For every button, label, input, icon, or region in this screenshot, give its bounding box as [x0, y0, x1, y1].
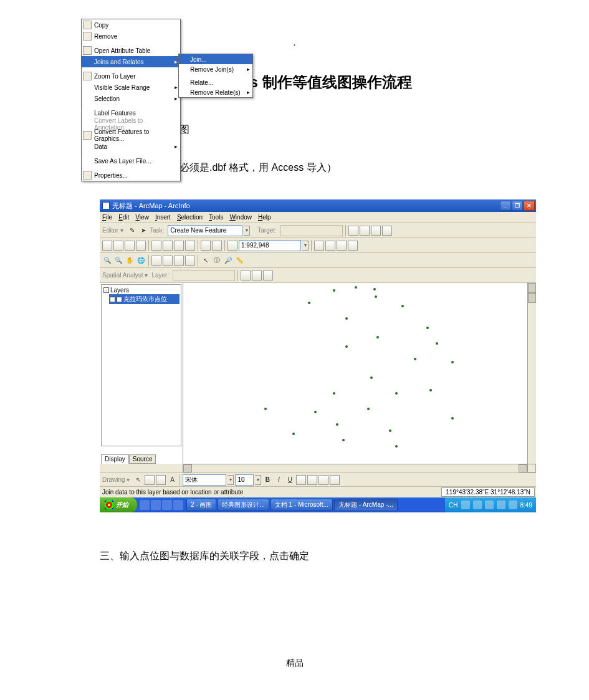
sub-remove-joins[interactable]: Remove Join(s)▸	[179, 64, 252, 74]
menu-selection[interactable]: Selection	[177, 214, 203, 221]
task-combo-arrow[interactable]: ▾	[244, 226, 250, 236]
tool-icon[interactable]	[360, 226, 370, 236]
size-combo[interactable]: 10	[235, 474, 254, 486]
menu-edit[interactable]: Edit	[118, 214, 129, 221]
clock[interactable]: 8:49	[520, 502, 532, 509]
sa-tool-icon[interactable]	[252, 271, 262, 280]
start-button[interactable]: 开始	[100, 497, 137, 512]
close-button[interactable]: ✕	[524, 201, 535, 211]
menu-file[interactable]: File	[102, 214, 112, 221]
pencil-icon[interactable]: ✎	[127, 226, 137, 236]
measure-icon[interactable]: 📏	[234, 256, 244, 266]
nav-icon[interactable]	[151, 256, 161, 266]
ctx-copy[interactable]: Copy	[82, 19, 180, 31]
rotate-icon[interactable]	[145, 475, 155, 485]
ql-icon[interactable]	[140, 500, 150, 510]
task-combo[interactable]: Create New Feature	[168, 225, 242, 236]
drawing-button[interactable]: Drawing ▾	[102, 476, 130, 483]
checkbox-icon[interactable]: ✓	[117, 297, 122, 302]
sa-tool-icon[interactable]	[263, 271, 273, 280]
taskbar-button[interactable]: 无标题 - ArcMap -...	[334, 499, 398, 511]
ctx-joins-relates[interactable]: Joins and Relates▸	[82, 56, 180, 67]
font-color-icon[interactable]	[296, 475, 306, 485]
ctx-convert-gfx[interactable]: Convert Features to Graphics...	[82, 130, 180, 141]
window-titlebar[interactable]: 无标题 - ArcMap - ArcInfo _ ❐ ✕	[100, 199, 536, 212]
print-icon[interactable]	[136, 241, 146, 251]
sub-remove-relates[interactable]: Remove Relate(s)▸	[179, 87, 252, 97]
menu-help[interactable]: Help	[258, 214, 271, 221]
arrow-icon[interactable]: ➤	[138, 226, 148, 236]
cut-icon[interactable]	[151, 241, 161, 251]
redo-icon[interactable]	[212, 241, 222, 251]
zoom-out-icon[interactable]: 🔍	[113, 256, 123, 266]
sub-relate[interactable]: Relate...	[179, 77, 252, 87]
font-arrow[interactable]: ▾	[227, 475, 234, 485]
spatial-analyst-button[interactable]: Spatial Analyst ▾	[102, 272, 148, 279]
ctx-properties[interactable]: Properties...	[82, 170, 180, 181]
ql-icon[interactable]	[173, 500, 183, 510]
underline-icon[interactable]: U	[285, 475, 295, 485]
horizontal-scrollbar[interactable]	[183, 464, 527, 472]
add-data-icon[interactable]	[227, 241, 237, 251]
italic-icon[interactable]: I	[274, 475, 284, 485]
ctx-scale-range[interactable]: Visible Scale Range▸	[82, 82, 180, 93]
ctx-save-layer[interactable]: Save As Layer File...	[82, 155, 180, 166]
marker-color-icon[interactable]	[330, 475, 340, 485]
open-icon[interactable]	[113, 241, 123, 251]
tray-icon[interactable]	[497, 501, 505, 509]
toc-tab-source[interactable]: Source	[129, 454, 156, 464]
save-icon[interactable]	[125, 241, 135, 251]
font-combo[interactable]: 宋体	[183, 474, 226, 486]
full-extent-icon[interactable]: 🌐	[136, 256, 146, 266]
sub-join[interactable]: Join...	[179, 54, 252, 64]
ctx-open-table[interactable]: Open Attribute Table	[82, 45, 180, 56]
tool-icon[interactable]	[348, 226, 358, 236]
menu-window[interactable]: Window	[229, 214, 252, 221]
copy-icon[interactable]	[163, 241, 173, 251]
ql-icon[interactable]	[151, 500, 161, 510]
tool-icon[interactable]	[371, 226, 381, 236]
identify-icon[interactable]: ⓘ	[212, 256, 222, 266]
undo-icon[interactable]	[201, 241, 211, 251]
nav-icon[interactable]	[174, 256, 184, 266]
select-icon[interactable]: ↖	[201, 256, 211, 266]
menu-view[interactable]: View	[135, 214, 149, 221]
find-icon[interactable]: 🔎	[223, 256, 233, 266]
toc-tab-display[interactable]: Display	[101, 454, 129, 464]
ctx-remove[interactable]: Remove	[82, 31, 180, 42]
zoom-in-icon[interactable]: 🔍	[102, 256, 112, 266]
map-canvas[interactable]	[183, 283, 527, 464]
delete-icon[interactable]	[185, 241, 195, 251]
expand-icon[interactable]: -	[110, 297, 115, 302]
tool-icon[interactable]	[314, 241, 324, 251]
tray-icon[interactable]	[485, 501, 494, 509]
line-color-icon[interactable]	[318, 475, 328, 485]
editor-button[interactable]: Editor ▾	[102, 227, 123, 234]
new-icon[interactable]	[102, 241, 112, 251]
tray-icon[interactable]	[473, 501, 482, 509]
expand-icon[interactable]: -	[103, 287, 109, 293]
tray-icon[interactable]	[461, 501, 470, 509]
layer-item[interactable]: - ✓ 克拉玛依市点位	[109, 294, 180, 304]
fill-color-icon[interactable]	[307, 475, 317, 485]
toolbox-icon[interactable]	[337, 241, 347, 251]
help-icon[interactable]	[348, 241, 358, 251]
vertical-scrollbar[interactable]	[527, 283, 536, 464]
scale-combo-arrow[interactable]: ▾	[302, 241, 309, 251]
ctx-selection[interactable]: Selection▸	[82, 93, 180, 104]
tray-icon[interactable]	[509, 501, 517, 509]
catalog-icon[interactable]	[325, 241, 335, 251]
ql-icon[interactable]	[162, 500, 172, 510]
size-arrow[interactable]: ▾	[255, 475, 261, 485]
target-combo[interactable]	[280, 225, 343, 236]
layer-combo[interactable]	[173, 270, 235, 281]
language-indicator[interactable]: CH	[449, 502, 457, 509]
ctx-data[interactable]: Data▸	[82, 141, 180, 152]
text-icon[interactable]: A	[167, 475, 177, 485]
pan-icon[interactable]: ✋	[125, 256, 135, 266]
taskbar-button[interactable]: 经典图形设计...	[218, 499, 269, 511]
taskbar-button[interactable]: 文档 1 - Microsoft...	[271, 499, 333, 511]
ctx-zoom-layer[interactable]: Zoom To Layer	[82, 70, 180, 82]
paste-icon[interactable]	[174, 241, 184, 251]
marker-icon[interactable]	[156, 475, 166, 485]
